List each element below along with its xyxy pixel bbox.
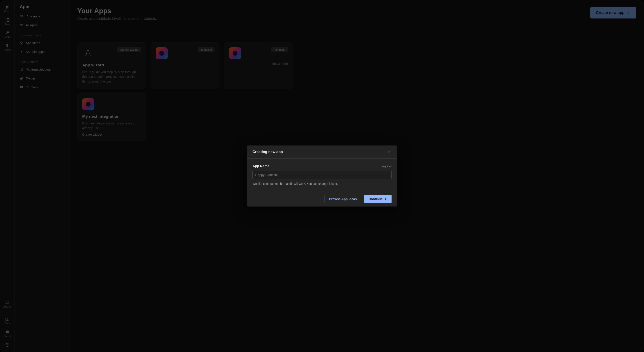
create-app-modal: Creating new app App Name required We li… — [247, 145, 397, 207]
app-name-input[interactable] — [252, 171, 392, 179]
field-label-app-name: App Name — [252, 164, 270, 168]
field-helper-text: We like cool names, but "asdf" will work… — [252, 182, 392, 186]
continue-button[interactable]: Continue — [364, 195, 392, 203]
modal-body: App Name required We like cool names, bu… — [247, 158, 397, 191]
browse-app-ideas-label: Browse App Ideas — [329, 197, 357, 201]
chevron-right-icon — [384, 198, 387, 201]
continue-label: Continue — [368, 197, 382, 201]
modal-title: Creating new app — [252, 150, 283, 154]
modal-footer: Browse App Ideas Continue — [247, 191, 397, 207]
close-icon[interactable] — [387, 150, 392, 154]
field-required-label: required — [382, 165, 392, 168]
browse-app-ideas-button[interactable]: Browse App Ideas — [324, 195, 361, 203]
modal-header: Creating new app — [247, 145, 397, 158]
modal-overlay[interactable]: Creating new app App Name required We li… — [0, 0, 644, 352]
app-frame: Home Apps Tools Revenue — [0, 0, 644, 352]
